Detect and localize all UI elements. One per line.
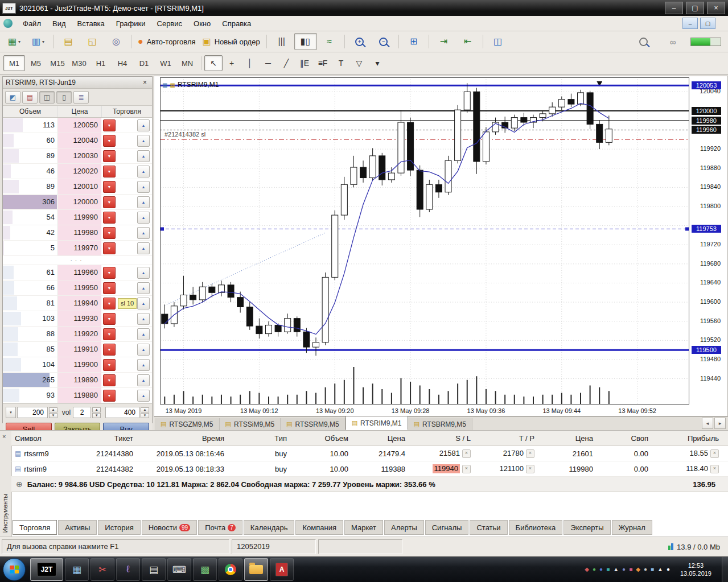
price-step-spinner[interactable]: ▲▼	[49, 407, 57, 418]
sell-at-price-button[interactable]: ▼	[103, 227, 116, 239]
market-watch-button[interactable]: ▤	[57, 33, 80, 50]
dom-price-cell[interactable]: 120000	[58, 195, 101, 209]
toolbox-close-icon[interactable]: ×	[2, 433, 6, 440]
dom-price-cell[interactable]: 119880	[58, 388, 101, 403]
buy-at-price-button[interactable]: ▲	[137, 150, 150, 162]
toolbox-tab-Почта[interactable]: Почта7	[198, 520, 242, 535]
remove-tp-button[interactable]: ×	[526, 449, 534, 458]
position-row[interactable]: ▤rtsrim92124143822019.05.13 08:18:33buy1…	[11, 461, 728, 477]
remove-sl-button[interactable]: ×	[462, 449, 471, 458]
dom-price-cell[interactable]: 119960	[58, 265, 101, 280]
toolbox-tab-Сигналы[interactable]: Сигналы	[425, 520, 469, 535]
buy-at-price-button[interactable]: ▲	[137, 135, 150, 147]
timeframe-MN[interactable]: MN	[176, 55, 198, 71]
buy-at-price-button[interactable]: ▲	[137, 166, 150, 178]
tray-icon-11[interactable]: ▲	[657, 567, 663, 572]
tray-icon-1[interactable]: ◆	[585, 567, 589, 572]
sell-at-price-button[interactable]: ▼	[103, 328, 116, 340]
orders-book-icon[interactable]: ▤	[22, 91, 38, 104]
dom-price-cell[interactable]: 120020	[58, 164, 101, 179]
tray-icon-3[interactable]: ●	[599, 567, 603, 572]
toolbox-tab-Новости[interactable]: Новости99	[142, 520, 197, 535]
sell-at-price-button[interactable]: ▼	[103, 344, 116, 356]
close-button[interactable]: ×	[707, 2, 725, 14]
sell-at-price-button[interactable]: ▼	[103, 150, 116, 162]
candles-chart-button[interactable]: ▮▯	[294, 33, 317, 50]
buy-at-price-button[interactable]: ▲	[137, 390, 150, 402]
chart-shift-button[interactable]: ⇤	[456, 33, 479, 50]
menu-item-Вид[interactable]: Вид	[47, 16, 72, 31]
tools-dropdown-icon[interactable]: ▾	[368, 55, 386, 71]
new-order-button[interactable]: ▣Новый ордер	[200, 33, 263, 50]
dom-price-cell[interactable]: 120040	[58, 133, 101, 148]
tray-icon-8[interactable]: ◆	[636, 567, 640, 572]
dom-price-cell[interactable]: 119990	[58, 210, 101, 225]
sell-at-price-button[interactable]: ▼	[103, 196, 116, 208]
arrows-tool-icon[interactable]: ▽	[350, 55, 368, 71]
menu-item-Справка[interactable]: Справка	[216, 16, 257, 31]
time-axis[interactable]: 13 May 201913 May 09:1213 May 09:2013 Ma…	[154, 406, 689, 417]
toolbox-tab-Компания[interactable]: Компания	[295, 520, 343, 535]
positions-column-header[interactable]: Тип	[228, 434, 290, 443]
buy-at-price-button[interactable]: ▲	[137, 242, 150, 254]
tray-icon-4[interactable]: ■	[606, 567, 610, 572]
tabs-scroll-right-icon[interactable]: ▸	[714, 418, 726, 429]
sell-at-price-button[interactable]: ▼	[103, 135, 116, 147]
toolbox-tab-История[interactable]: История	[98, 520, 140, 535]
positions-column-header[interactable]: T / P	[474, 434, 538, 443]
dom-price-cell[interactable]: 119950	[58, 280, 101, 295]
volume-value[interactable]: 2	[73, 407, 91, 418]
sell-at-price-button[interactable]: ▼	[103, 374, 116, 386]
positions-column-header[interactable]: Прибыль	[652, 434, 722, 443]
timeframe-M30[interactable]: M30	[68, 55, 90, 71]
equidistant-channel-tool-icon[interactable]: ∥E	[295, 55, 314, 71]
tray-icon-9[interactable]: ●	[644, 567, 647, 572]
positions-column-header[interactable]: Цена	[538, 434, 597, 443]
price-step-dropdown-icon[interactable]: ▾	[6, 407, 16, 418]
start-button[interactable]	[3, 558, 26, 581]
toolbox-tab-Активы[interactable]: Активы	[58, 520, 97, 535]
sell-at-price-button[interactable]: ▼	[103, 298, 116, 309]
sell-at-price-button[interactable]: ▼	[103, 267, 116, 279]
docking-button[interactable]: ◫	[487, 33, 509, 50]
tray-icon-12[interactable]: ●	[667, 567, 670, 572]
child-minimize-button[interactable]: –	[682, 18, 698, 29]
horizontal-line-tool-icon[interactable]: ─	[259, 55, 277, 71]
sell-at-price-button[interactable]: ▼	[103, 119, 116, 131]
volume-spinner[interactable]: ▲▼	[92, 407, 101, 418]
zoom-in-button[interactable]: +	[348, 33, 371, 50]
taskbar-pen-tool[interactable]: ℓ	[116, 558, 140, 581]
sell-at-price-button[interactable]: ▼	[103, 181, 116, 193]
taskbar-terminal[interactable]: ▩	[193, 558, 217, 581]
data-window-button[interactable]: ◱	[81, 33, 104, 50]
dropdown-arrow-icon[interactable]: ▾	[18, 39, 20, 44]
trendline-tool-icon[interactable]: ╱	[277, 55, 295, 71]
buy-at-price-button[interactable]: ▲	[137, 119, 150, 131]
taskbar-just2trade[interactable]: J2T	[30, 558, 63, 581]
tile-windows-button[interactable]: ⊞	[402, 33, 425, 50]
remove-sl-button[interactable]: ×	[462, 465, 471, 473]
dom-close-icon[interactable]: ×	[141, 79, 149, 86]
menu-item-Окно[interactable]: Окно	[188, 16, 216, 31]
autotrade-button[interactable]: ●Авто-торговля	[135, 33, 199, 50]
child-restore-button[interactable]: ▢	[700, 18, 715, 29]
bars-chart-button[interactable]: |||	[270, 33, 293, 50]
close-position-icon[interactable]: ×	[710, 449, 719, 458]
position-row[interactable]: ▤rtssrm92124143802019.05.13 08:16:46buy1…	[11, 446, 728, 461]
dom-title-bar[interactable]: RTSRIM9, RTSI-Jun19 ×	[3, 77, 152, 89]
show-desktop-button[interactable]	[722, 557, 728, 582]
sell-at-price-button[interactable]: ▼	[103, 282, 116, 294]
taskbar-clock[interactable]: 12:53 13.05.2019	[673, 562, 718, 577]
timeframe-H4[interactable]: H4	[112, 55, 133, 71]
minimize-button[interactable]: –	[665, 2, 683, 14]
dom-price-cell[interactable]: 119980	[58, 225, 101, 240]
qty-spinner[interactable]: ▲▼	[141, 407, 149, 418]
tray-icon-10[interactable]: ■	[651, 567, 654, 572]
taskbar-snipping-tool[interactable]: ✂	[91, 558, 114, 581]
tray-icon-7[interactable]: ■	[629, 567, 632, 572]
crosshair-tool-icon[interactable]: +	[223, 55, 241, 71]
timeframe-M5[interactable]: M5	[25, 55, 47, 71]
timeframe-M15[interactable]: M15	[47, 55, 68, 71]
taskbar-explorer-folder[interactable]	[244, 558, 268, 581]
close-position-icon[interactable]: ×	[710, 465, 719, 473]
